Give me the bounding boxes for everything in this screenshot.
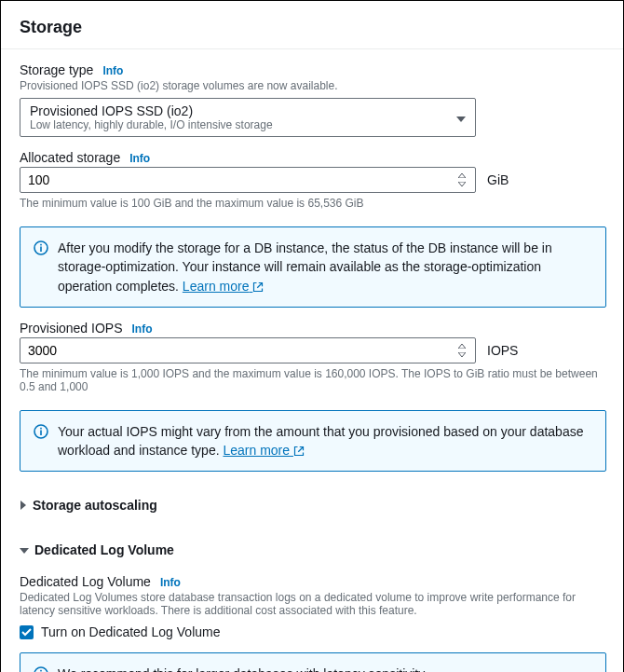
storage-optimization-msg: After you modify the storage for a DB in…: [58, 239, 592, 295]
storage-type-info-link[interactable]: Info: [102, 64, 123, 77]
storage-optimization-info: After you modify the storage for a DB in…: [20, 226, 606, 308]
provisioned-iops-field: Provisioned IOPS Info IOPS: [20, 321, 604, 393]
dlv-checkbox[interactable]: [20, 625, 34, 639]
info-icon: [34, 240, 48, 295]
dlv-recommend-info: We recommend this for larger databases w…: [20, 652, 606, 672]
storage-type-label: Storage type: [20, 62, 93, 77]
svg-rect-1: [40, 247, 42, 253]
caret-down-icon: [456, 110, 466, 125]
stepper-up-button[interactable]: [455, 342, 468, 350]
panel-title: Storage: [20, 18, 604, 37]
allocated-storage-hint: The minimum value is 100 GiB and the max…: [20, 197, 604, 210]
caret-right-icon: [20, 498, 27, 513]
svg-rect-5: [40, 428, 42, 430]
dlv-info-link[interactable]: Info: [160, 576, 181, 589]
storage-autoscaling-title: Storage autoscaling: [33, 498, 157, 513]
storage-type-selected-title: Provisioned IOPS SSD (io2): [30, 103, 447, 118]
provisioned-iops-stepper: [453, 342, 471, 359]
stepper-down-button[interactable]: [455, 180, 468, 188]
provisioned-iops-hint: The minimum value is 1,000 IOPS and the …: [20, 367, 604, 393]
allocated-storage-field: Allocated storage Info GiB: [20, 150, 604, 210]
panel-header: Storage: [1, 1, 623, 48]
svg-rect-4: [40, 430, 42, 435]
storage-type-select[interactable]: Provisioned IOPS SSD (io2) Low latency, …: [20, 98, 476, 137]
learn-more-link[interactable]: Learn more: [223, 443, 304, 458]
dlv-recommend-text: We recommend this for larger databases w…: [58, 665, 427, 672]
provisioned-iops-input[interactable]: [20, 338, 453, 363]
allocated-storage-label: Allocated storage: [20, 150, 120, 165]
svg-rect-2: [40, 244, 42, 246]
provisioned-iops-unit: IOPS: [487, 343, 518, 358]
stepper-up-button[interactable]: [455, 171, 468, 180]
allocated-storage-input[interactable]: [20, 168, 453, 192]
stepper-down-button[interactable]: [455, 350, 468, 359]
dlv-field: Dedicated Log Volume Info Dedicated Log …: [20, 574, 604, 639]
provisioned-iops-input-wrap: [20, 337, 476, 363]
allocated-storage-unit: GiB: [487, 172, 509, 187]
allocated-storage-input-wrap: [20, 167, 476, 193]
provisioned-iops-label: Provisioned IOPS: [20, 321, 123, 336]
dlv-checkbox-label: Turn on Dedicated Log Volume: [41, 624, 221, 639]
storage-type-selected-desc: Low latency, highly durable, I/O intensi…: [30, 118, 447, 131]
storage-panel: Storage Storage type Info Provisioned IO…: [0, 0, 624, 672]
info-icon: [34, 424, 48, 460]
dlv-section-title: Dedicated Log Volume: [34, 542, 174, 557]
allocated-storage-stepper: [453, 171, 471, 188]
dlv-label: Dedicated Log Volume: [20, 574, 151, 589]
iops-variance-info: Your actual IOPS might vary from the amo…: [20, 410, 606, 473]
storage-type-subtext: Provisioned IOPS SSD (io2) storage volum…: [20, 79, 604, 92]
storage-autoscaling-toggle[interactable]: Storage autoscaling: [20, 494, 604, 516]
provisioned-iops-info-link[interactable]: Info: [132, 322, 153, 336]
dlv-desc: Dedicated Log Volumes store database tra…: [20, 591, 604, 617]
iops-variance-text: Your actual IOPS might vary from the amo…: [58, 424, 583, 458]
storage-type-field: Storage type Info Provisioned IOPS SSD (…: [20, 62, 604, 137]
allocated-storage-info-link[interactable]: Info: [129, 152, 150, 165]
storage-optimization-text: After you modify the storage for a DB in…: [58, 240, 552, 294]
storage-autoscaling-section: Storage autoscaling: [20, 494, 604, 516]
dlv-toggle[interactable]: Dedicated Log Volume: [20, 539, 604, 561]
panel-body: Storage type Info Provisioned IOPS SSD (…: [1, 49, 623, 672]
dedicated-log-volume-section: Dedicated Log Volume Dedicated Log Volum…: [20, 539, 604, 672]
info-icon: [34, 666, 48, 672]
iops-variance-msg: Your actual IOPS might vary from the amo…: [58, 422, 592, 460]
learn-more-link[interactable]: Learn more: [183, 279, 264, 294]
caret-down-icon: [20, 542, 29, 557]
